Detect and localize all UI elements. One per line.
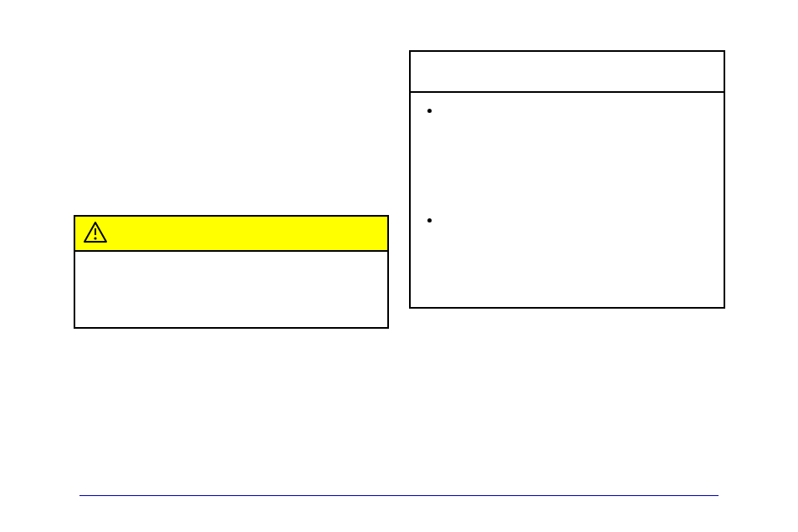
- list-item: [441, 212, 719, 290]
- caution-triangle-icon: [84, 222, 107, 247]
- info-box: [409, 50, 725, 309]
- svg-point-2: [94, 237, 96, 239]
- caution-body-text: [89, 266, 91, 309]
- info-header-text: [424, 69, 427, 81]
- list-item: [441, 103, 719, 197]
- info-body: [411, 91, 724, 308]
- page: [0, 0, 798, 532]
- info-header: [411, 52, 724, 91]
- caution-body: [75, 250, 387, 327]
- footer-divider: [79, 495, 719, 496]
- caution-box: [74, 215, 389, 329]
- caution-header: [75, 217, 387, 250]
- info-item-1: [441, 215, 443, 289]
- info-list: [426, 103, 719, 291]
- info-item-0: [441, 105, 443, 195]
